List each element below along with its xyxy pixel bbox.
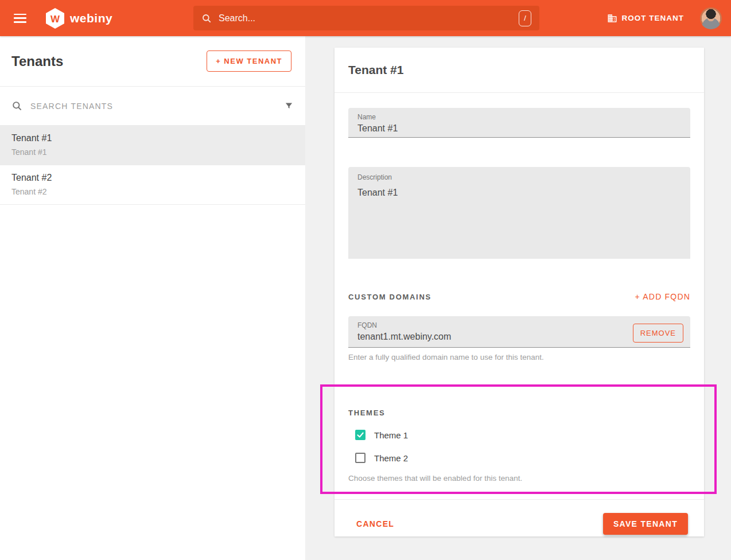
menu-icon[interactable] (14, 14, 26, 23)
save-tenant-button[interactable]: SAVE TENANT (603, 513, 688, 535)
remove-fqdn-button[interactable]: REMOVE (633, 324, 683, 343)
theme-option-row[interactable]: Theme 1 (348, 430, 690, 440)
themes-section: THEMES Theme 1 Theme 2 Choose themes tha… (348, 407, 690, 483)
new-tenant-button[interactable]: + NEW TENANT (207, 50, 291, 72)
brand-wordmark: webiny (70, 11, 112, 25)
fqdn-field[interactable]: FQDN tenant1.mt.webiny.com REMOVE (348, 316, 690, 348)
root-tenant-label: ROOT TENANT (622, 14, 685, 22)
root-tenant-button[interactable]: ROOT TENANT (604, 9, 688, 28)
description-field-label: Description (357, 173, 681, 181)
theme-option-label: Theme 1 (374, 430, 408, 440)
tenant-detail-title: Tenant #1 (348, 63, 403, 77)
description-field-value: Tenant #1 (357, 188, 681, 198)
page-title: Tenants (11, 53, 63, 69)
tenant-list-item[interactable]: Tenant #1 Tenant #1 (0, 126, 305, 165)
name-field-value: Tenant #1 (357, 123, 681, 134)
search-icon (201, 13, 212, 24)
name-field[interactable]: Name Tenant #1 (348, 108, 690, 138)
tenant-item-title: Tenant #1 (11, 133, 294, 143)
custom-domains-section-title: CUSTOM DOMAINS (348, 293, 431, 301)
svg-text:W: W (50, 14, 60, 25)
themes-helper-text: Choose themes that will be enabled for t… (348, 474, 690, 483)
global-search-input[interactable] (219, 13, 519, 24)
tenant-detail-card: Tenant #1 Name Tenant #1 Description Ten… (335, 48, 704, 536)
search-icon (11, 100, 22, 111)
tenants-list-panel: Tenants + NEW TENANT Tenant #1 Tenant #1… (0, 36, 305, 560)
filter-icon[interactable] (284, 101, 294, 111)
search-tenants-input[interactable] (30, 102, 284, 111)
theme-option-label: Theme 2 (374, 453, 408, 463)
description-field[interactable]: Description Tenant #1 (348, 167, 690, 259)
name-field-label: Name (357, 113, 681, 121)
checkbox-checked-icon[interactable] (355, 430, 366, 440)
tenant-list-item[interactable]: Tenant #2 Tenant #2 (0, 165, 305, 205)
building-icon (607, 13, 617, 24)
user-avatar[interactable] (700, 7, 722, 29)
themes-section-title: THEMES (348, 409, 385, 417)
keyboard-shortcut-badge: / (519, 10, 531, 26)
global-search-bar[interactable]: / (193, 6, 539, 30)
theme-option-row[interactable]: Theme 2 (348, 453, 690, 463)
fqdn-helper-text: Enter a fully qualified domain name to u… (348, 353, 690, 361)
checkbox-unchecked-icon[interactable] (355, 453, 366, 463)
tenant-item-title: Tenant #2 (11, 173, 294, 183)
add-fqdn-button[interactable]: + ADD FQDN (635, 292, 690, 301)
webiny-logo[interactable]: W webiny (45, 7, 112, 29)
top-app-bar: W webiny / ROOT TENANT (0, 0, 731, 36)
tenant-item-subtitle: Tenant #2 (11, 187, 294, 196)
webiny-hexagon-icon: W (45, 7, 65, 29)
tenant-item-subtitle: Tenant #1 (11, 147, 294, 157)
cancel-button[interactable]: CANCEL (349, 514, 401, 534)
